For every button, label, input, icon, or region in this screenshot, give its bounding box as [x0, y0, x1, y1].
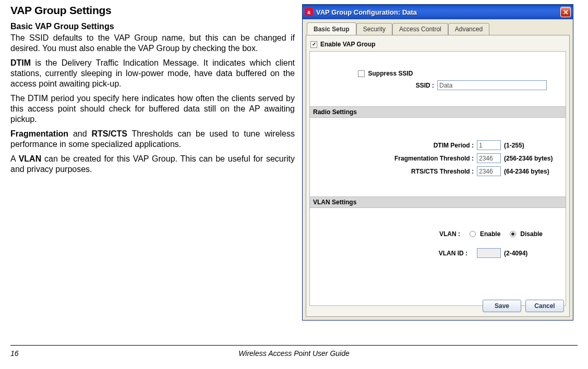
section-heading: Basic VAP Group Settings	[10, 22, 295, 31]
dtim-hint: (1-255)	[504, 142, 561, 149]
app-icon: a	[305, 8, 313, 16]
footer-title: Wireless Access Point User Guide	[0, 349, 588, 358]
para-dtim: DTIM is the Delivery Traffic Indication …	[10, 58, 295, 89]
para-dtim-body: is the Delivery Traffic Indication Messa…	[10, 58, 295, 88]
window-title: VAP Group Configuration: Data	[316, 8, 560, 16]
enable-vap-checkbox[interactable]	[310, 41, 317, 48]
para-frag-mid: and	[68, 129, 91, 138]
enable-vap-label: Enable VAP Group	[320, 41, 376, 48]
vlan-disable-label: Disable	[520, 230, 543, 238]
para-ssid: The SSID defaults to the VAP Group name,…	[10, 33, 295, 54]
cancel-button[interactable]: Cancel	[525, 300, 564, 312]
settings-panel: Suppress SSID SSID : Radio Settings DTIM…	[309, 51, 566, 306]
frag-input[interactable]	[477, 153, 501, 163]
tab-security[interactable]: Security	[356, 23, 392, 35]
vlan-enable-radio[interactable]	[470, 231, 476, 237]
suppress-ssid-checkbox[interactable]	[358, 70, 365, 77]
close-icon[interactable]: ✕	[560, 7, 571, 17]
rts-label: RTS/CTS Threshold :	[411, 168, 474, 175]
suppress-ssid-label: Suppress SSID	[368, 70, 413, 77]
tab-access-control[interactable]: Access Control	[392, 23, 448, 35]
dialog-window: a VAP Group Configuration: Data ✕ Basic …	[302, 4, 573, 321]
term-dtim: DTIM	[10, 58, 31, 67]
vlanid-label: VLAN ID :	[439, 250, 467, 257]
vlanid-input[interactable]	[477, 248, 501, 258]
vlan-disable-radio[interactable]	[510, 231, 516, 237]
term-vlan: VLAN	[19, 154, 42, 163]
radio-settings-header: Radio Settings	[310, 106, 566, 118]
page-heading: VAP Group Settings	[10, 4, 295, 17]
rts-hint: (64-2346 bytes)	[504, 168, 561, 175]
para-vlan: A VLAN can be created for this VAP Group…	[10, 154, 295, 175]
rts-input[interactable]	[477, 166, 501, 176]
tab-pane: Enable VAP Group Suppress SSID SSID :	[306, 35, 570, 317]
term-rtscts: RTS/CTS	[91, 129, 127, 138]
titlebar[interactable]: a VAP Group Configuration: Data ✕	[303, 5, 573, 19]
save-button[interactable]: Save	[483, 300, 521, 312]
tab-basic-setup[interactable]: Basic Setup	[307, 22, 356, 35]
term-fragmentation: Fragmentation	[10, 129, 68, 138]
para-vlan-end: can be created for this VAP Group. This …	[10, 154, 295, 174]
footer-rule	[10, 345, 578, 346]
vlanid-hint: (2-4094)	[504, 250, 561, 257]
para-vlan-pre: A	[10, 154, 19, 163]
frag-label: Fragmentation Threshold :	[394, 155, 474, 162]
vlan-enable-label: Enable	[480, 230, 500, 238]
ssid-input[interactable]	[437, 80, 547, 90]
para-frag: Fragmentation and RTS/CTS Thresholds can…	[10, 129, 295, 150]
tab-strip: Basic Setup Security Access Control Adva…	[306, 22, 570, 35]
doc-text-column: VAP Group Settings Basic VAP Group Setti…	[10, 4, 295, 321]
para-dtim-period: The DTIM period you specify here indicat…	[10, 93, 295, 125]
dtim-label: DTIM Period :	[434, 142, 474, 149]
vlan-settings-header: VLAN Settings	[310, 196, 566, 208]
frag-hint: (256-2346 bytes)	[504, 155, 561, 162]
dtim-input[interactable]	[477, 140, 501, 150]
vlan-label: VLAN :	[439, 230, 460, 238]
ssid-label: SSID :	[416, 82, 434, 89]
tab-advanced[interactable]: Advanced	[448, 23, 489, 35]
